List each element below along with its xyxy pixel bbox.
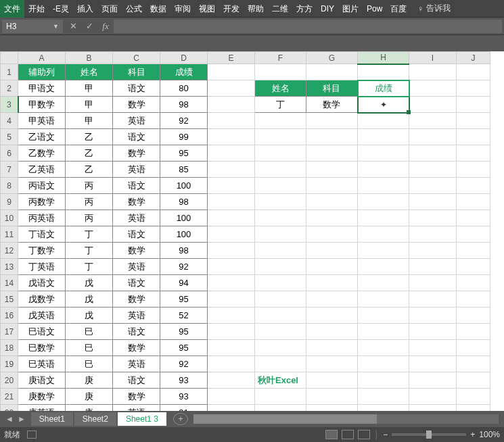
- cell[interactable]: 100: [160, 210, 208, 226]
- cell[interactable]: [409, 324, 457, 340]
- ribbon-tab[interactable]: 开发: [219, 0, 244, 18]
- cell[interactable]: [358, 64, 409, 80]
- cell[interactable]: 94: [160, 275, 208, 291]
- cell[interactable]: 92: [160, 113, 208, 129]
- ribbon-tab[interactable]: 方方: [292, 0, 317, 18]
- cell[interactable]: 英语: [113, 259, 160, 275]
- cell[interactable]: [208, 324, 255, 340]
- cell[interactable]: [409, 113, 457, 129]
- zoom-out-button[interactable]: −: [383, 430, 388, 439]
- cell[interactable]: 巳: [66, 340, 113, 356]
- cell[interactable]: 甲: [66, 113, 113, 129]
- cell[interactable]: [358, 162, 409, 178]
- cell[interactable]: [409, 275, 457, 291]
- cell[interactable]: [457, 178, 490, 194]
- cancel-icon[interactable]: ✕: [65, 21, 81, 31]
- cell[interactable]: [358, 340, 409, 356]
- cell[interactable]: 巳: [66, 324, 113, 340]
- cell[interactable]: [255, 162, 306, 178]
- cell[interactable]: [306, 291, 358, 308]
- cell[interactable]: 巳: [66, 356, 113, 372]
- cell[interactable]: ✦: [358, 97, 409, 113]
- cell[interactable]: 93: [160, 372, 208, 389]
- cell[interactable]: 英语: [113, 113, 160, 129]
- cell[interactable]: [208, 405, 255, 412]
- sheet-tab[interactable]: Sheet1: [31, 412, 73, 426]
- cell[interactable]: [255, 389, 306, 405]
- cell[interactable]: [255, 113, 306, 129]
- cell[interactable]: [208, 389, 255, 405]
- horizontal-scrollbar[interactable]: [193, 414, 499, 424]
- ribbon-tab[interactable]: 图片: [338, 0, 363, 18]
- cell[interactable]: 英语: [113, 308, 160, 324]
- cell[interactable]: 甲数学: [18, 97, 66, 113]
- row-header[interactable]: 20: [1, 372, 18, 389]
- cell[interactable]: [306, 210, 358, 226]
- page-layout-view-button[interactable]: [342, 430, 354, 439]
- cell[interactable]: [457, 226, 490, 243]
- cell[interactable]: [255, 275, 306, 291]
- cell[interactable]: [457, 308, 490, 324]
- cell[interactable]: [255, 129, 306, 145]
- cell[interactable]: 丁: [66, 259, 113, 275]
- cell[interactable]: 98: [160, 243, 208, 259]
- cell[interactable]: [457, 80, 490, 97]
- cell[interactable]: [306, 64, 358, 80]
- cell[interactable]: 数学: [113, 145, 160, 162]
- name-box[interactable]: H3 ▼: [2, 20, 63, 33]
- cell[interactable]: [208, 226, 255, 243]
- cell[interactable]: [358, 275, 409, 291]
- cell[interactable]: 巳数学: [18, 340, 66, 356]
- cell[interactable]: 丙语文: [18, 178, 66, 194]
- cell[interactable]: [358, 129, 409, 145]
- cell[interactable]: 丙英语: [18, 210, 66, 226]
- cell[interactable]: 95: [160, 291, 208, 308]
- cell[interactable]: [208, 145, 255, 162]
- cell[interactable]: [358, 226, 409, 243]
- cell[interactable]: [255, 291, 306, 308]
- cell[interactable]: 乙英语: [18, 162, 66, 178]
- cell[interactable]: 庚: [66, 372, 113, 389]
- cell[interactable]: [306, 113, 358, 129]
- cell[interactable]: [306, 340, 358, 356]
- cell[interactable]: 91: [160, 405, 208, 412]
- cell[interactable]: [306, 178, 358, 194]
- cell[interactable]: 100: [160, 178, 208, 194]
- ribbon-tab[interactable]: 审阅: [170, 0, 195, 18]
- cell[interactable]: [409, 308, 457, 324]
- sheet-tab[interactable]: Sheet2: [74, 412, 116, 426]
- row-header[interactable]: 17: [1, 324, 18, 340]
- cell[interactable]: [358, 210, 409, 226]
- row-header[interactable]: 22: [1, 405, 18, 412]
- row-header[interactable]: 9: [1, 194, 18, 210]
- cell[interactable]: [358, 372, 409, 389]
- cell[interactable]: 甲语文: [18, 80, 66, 97]
- cell[interactable]: 80: [160, 80, 208, 97]
- cell[interactable]: [457, 356, 490, 372]
- cell[interactable]: [409, 291, 457, 308]
- cell[interactable]: [358, 356, 409, 372]
- cell[interactable]: [457, 194, 490, 210]
- scrollbar-thumb[interactable]: [193, 414, 377, 424]
- cell[interactable]: 丁数学: [18, 243, 66, 259]
- cell[interactable]: 丙: [66, 194, 113, 210]
- column-header[interactable]: H: [358, 52, 409, 64]
- cell[interactable]: 戊: [66, 275, 113, 291]
- cell[interactable]: [409, 194, 457, 210]
- ribbon-tab[interactable]: 公式: [122, 0, 146, 18]
- cell[interactable]: 英语: [113, 405, 160, 412]
- cell[interactable]: [208, 162, 255, 178]
- cell[interactable]: 丁语文: [18, 226, 66, 243]
- cell[interactable]: [306, 145, 358, 162]
- cell[interactable]: [208, 243, 255, 259]
- cell[interactable]: 姓名: [255, 80, 306, 97]
- cell[interactable]: [255, 405, 306, 412]
- row-header[interactable]: 4: [1, 113, 18, 129]
- ribbon-tab[interactable]: 数据: [146, 0, 170, 18]
- cell[interactable]: 戊: [66, 291, 113, 308]
- cell[interactable]: [208, 80, 255, 97]
- cell[interactable]: [306, 308, 358, 324]
- cell[interactable]: 甲: [66, 80, 113, 97]
- cell[interactable]: [208, 275, 255, 291]
- add-sheet-button[interactable]: +: [173, 413, 188, 425]
